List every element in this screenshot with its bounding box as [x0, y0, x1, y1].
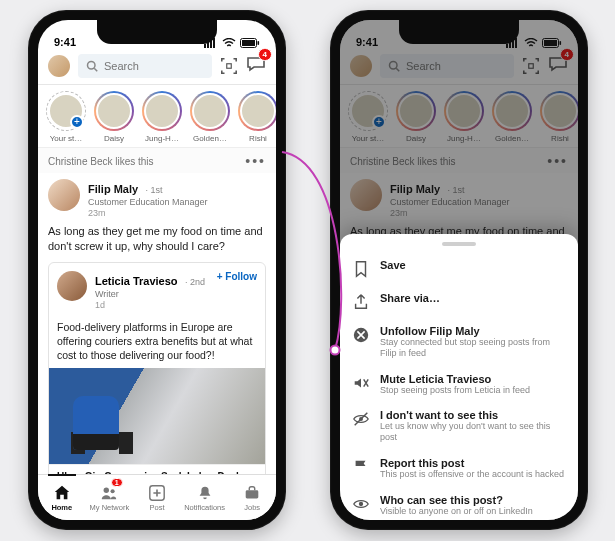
post-body: As long as they get me my food on time a…	[48, 224, 266, 254]
svg-rect-9	[227, 64, 232, 69]
option-report-sub: This post is offensive or the account is…	[380, 469, 564, 480]
tab-home[interactable]: Home	[38, 475, 86, 520]
eye-off-icon	[352, 410, 370, 428]
phone-sheet: 9:41 Search	[330, 10, 588, 530]
tab-jobs[interactable]: Jobs	[228, 475, 276, 520]
story-label: Your st…	[46, 134, 86, 143]
option-unfollow-sub: Stay connected but stop seeing posts fro…	[380, 337, 564, 359]
eye-icon	[352, 495, 370, 513]
reshare-author-title: Writer	[95, 289, 205, 299]
option-unfollow-title: Unfollow Filip Maly	[380, 325, 564, 337]
screen-right: 9:41 Search	[340, 20, 578, 520]
action-sheet: Save Share via… Unfollow Filip Maly Stay…	[340, 234, 578, 520]
svg-point-10	[104, 487, 109, 492]
author-title: Customer Education Manager	[88, 197, 208, 207]
option-dont-see-title: I don't want to see this	[380, 409, 564, 421]
option-who-sub: Visible to anyone on or off on LinkedIn	[380, 506, 533, 517]
wifi-icon	[222, 38, 236, 48]
option-unfollow[interactable]: Unfollow Filip Maly Stay connected but s…	[340, 318, 578, 366]
reshare-author[interactable]: Leticia Travieso · 2nd Writer 1d + Follo…	[49, 263, 265, 318]
option-mute-title: Mute Leticia Travieso	[380, 373, 530, 385]
share-icon	[352, 293, 370, 311]
unfollow-icon	[352, 326, 370, 344]
svg-point-7	[88, 62, 96, 70]
tab-post[interactable]: Post	[133, 475, 181, 520]
notch	[399, 20, 519, 44]
tab-notifications[interactable]: Notifications	[181, 475, 229, 520]
follow-button[interactable]: + Follow	[217, 271, 257, 282]
option-share-label: Share via…	[380, 292, 440, 304]
search-placeholder: Search	[104, 60, 139, 72]
mute-icon	[352, 374, 370, 392]
reshare-body: Food-delivery platforms in Europe are of…	[49, 318, 265, 369]
story-item[interactable]: Jung-H…	[142, 91, 182, 143]
post-time: 23m	[88, 208, 208, 218]
author-degree: · 1st	[146, 185, 163, 195]
svg-point-27	[359, 502, 363, 506]
story-item[interactable]: Golden…	[190, 91, 230, 143]
author-avatar[interactable]	[48, 179, 80, 211]
messages-button[interactable]: 4	[246, 54, 266, 78]
tab-network-badge: 1	[111, 478, 123, 487]
search-icon	[86, 60, 98, 72]
story-item[interactable]: +Your st…	[46, 91, 86, 143]
home-icon	[53, 484, 71, 502]
bottom-tab-bar: Home My Network 1 Post Notifications	[38, 474, 276, 520]
svg-line-26	[355, 413, 368, 426]
option-save[interactable]: Save	[340, 252, 578, 285]
tab-network-label: My Network	[90, 503, 130, 512]
option-dont-see-sub: Let us know why you don't want to see th…	[380, 421, 564, 443]
post-plus-icon	[148, 484, 166, 502]
author-name: Filip Maly	[88, 183, 138, 195]
briefcase-icon	[243, 484, 261, 502]
tab-network[interactable]: My Network 1	[86, 475, 134, 520]
story-item[interactable]: Rishi	[238, 91, 276, 143]
option-who-can-see[interactable]: Who can see this post? Visible to anyone…	[340, 487, 578, 520]
reshare-degree: · 2nd	[185, 277, 205, 287]
phone-feed: 9:41 Search	[28, 10, 286, 530]
reshare-time: 1d	[95, 300, 205, 310]
article-image[interactable]	[49, 368, 265, 464]
post-overflow-menu[interactable]: •••	[245, 153, 266, 169]
flag-icon	[352, 458, 370, 476]
option-share[interactable]: Share via…	[340, 285, 578, 318]
social-context-row: Christine Beck likes this •••	[38, 147, 276, 173]
story-label: Rishi	[238, 134, 276, 143]
story-label: Golden…	[190, 134, 230, 143]
add-story-icon[interactable]: +	[70, 115, 84, 129]
tab-post-label: Post	[149, 503, 164, 512]
profile-avatar[interactable]	[48, 55, 70, 77]
svg-rect-13	[246, 490, 259, 498]
option-dont-see[interactable]: I don't want to see this Let us know why…	[340, 402, 578, 450]
option-mute[interactable]: Mute Leticia Travieso Stop seeing posts …	[340, 366, 578, 403]
stories-strip[interactable]: +Your st…DaisyJung-H…Golden…RishiFatin	[38, 85, 276, 147]
reshare-author-name: Leticia Travieso	[95, 275, 178, 287]
option-report-title: Report this post	[380, 457, 564, 469]
reshared-card[interactable]: Leticia Travieso · 2nd Writer 1d + Follo…	[48, 262, 266, 490]
svg-line-8	[94, 68, 97, 71]
story-label: Daisy	[94, 134, 134, 143]
post-author[interactable]: Filip Maly · 1st Customer Education Mana…	[48, 179, 266, 218]
option-mute-sub: Stop seeing posts from Leticia in feed	[380, 385, 530, 396]
notch	[97, 20, 217, 44]
screen: 9:41 Search	[38, 20, 276, 520]
story-item[interactable]: Daisy	[94, 91, 134, 143]
top-bar: Search 4	[38, 50, 276, 84]
status-time: 9:41	[54, 36, 76, 48]
search-input[interactable]: Search	[78, 54, 212, 78]
svg-point-11	[111, 489, 115, 493]
qr-scan-icon[interactable]	[220, 57, 238, 75]
reshare-avatar[interactable]	[57, 271, 87, 301]
svg-rect-5	[242, 40, 255, 46]
feed-post[interactable]: Filip Maly · 1st Customer Education Mana…	[38, 173, 276, 254]
tab-notifications-label: Notifications	[184, 503, 225, 512]
sheet-grabber[interactable]	[442, 242, 476, 246]
battery-icon	[240, 38, 260, 48]
tab-jobs-label: Jobs	[244, 503, 260, 512]
story-label: Jung-H…	[142, 134, 182, 143]
option-who-title: Who can see this post?	[380, 494, 533, 506]
option-save-label: Save	[380, 259, 406, 271]
author-meta: Filip Maly · 1st Customer Education Mana…	[88, 179, 208, 218]
option-report[interactable]: Report this post This post is offensive …	[340, 450, 578, 487]
svg-rect-3	[213, 38, 215, 48]
